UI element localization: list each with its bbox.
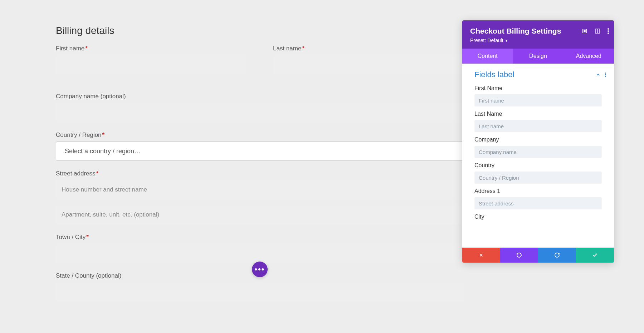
street-input-1[interactable] [56, 180, 464, 199]
field-block: First Name [462, 82, 614, 108]
tab-advanced[interactable]: Advanced [564, 49, 614, 64]
tab-design[interactable]: Design [513, 49, 563, 64]
street-input-2[interactable] [56, 205, 464, 224]
kebab-menu-icon[interactable] [608, 28, 609, 34]
field-label: First Name [474, 85, 602, 91]
town-input[interactable] [56, 244, 464, 263]
company-input[interactable] [56, 103, 464, 122]
field-input-first-name[interactable] [474, 94, 602, 106]
last-name-label: Last name* [273, 45, 464, 52]
cancel-button[interactable] [462, 248, 500, 263]
field-block: Address 1 [462, 185, 614, 211]
svg-point-6 [608, 33, 609, 34]
preset-selector[interactable]: Preset: Default ▼ [470, 38, 508, 43]
field-input-country[interactable] [474, 172, 602, 184]
layout-icon[interactable] [595, 28, 600, 34]
undo-button[interactable] [500, 248, 538, 263]
field-label: Country [474, 162, 602, 169]
first-name-input[interactable] [56, 55, 247, 74]
settings-panel: Checkout Billing Settings Preset: Defaul… [462, 20, 614, 263]
field-label: City [474, 214, 602, 220]
more-options-fab[interactable]: ••• [252, 262, 268, 277]
first-name-label: First name* [56, 45, 247, 52]
svg-point-5 [608, 30, 609, 32]
caret-down-icon: ▼ [505, 39, 508, 43]
svg-point-9 [605, 76, 606, 77]
tab-content[interactable]: Content [462, 49, 513, 64]
field-input-company[interactable] [474, 146, 602, 158]
field-block: Last Name [462, 108, 614, 134]
field-label: Address 1 [474, 188, 602, 194]
svg-rect-1 [584, 30, 585, 32]
collapse-icon[interactable] [596, 72, 601, 77]
section-kebab-icon[interactable] [605, 72, 606, 77]
field-block: City [462, 211, 614, 224]
state-input[interactable] [56, 282, 464, 302]
redo-button[interactable] [538, 248, 576, 263]
expand-icon[interactable] [582, 28, 587, 34]
street-label: Street address* [56, 170, 464, 177]
svg-point-7 [605, 73, 606, 74]
last-name-input[interactable] [273, 55, 464, 74]
section-title: Fields label [474, 70, 514, 79]
form-title: Billing details [56, 25, 464, 36]
town-label: Town / City* [56, 234, 464, 241]
svg-point-8 [605, 74, 606, 75]
panel-tabs: Content Design Advanced [462, 49, 614, 64]
close-icon [479, 253, 484, 258]
field-block: Company [462, 134, 614, 159]
field-input-last-name[interactable] [474, 120, 602, 132]
panel-header: Checkout Billing Settings Preset: Defaul… [462, 20, 614, 49]
redo-icon [554, 252, 560, 258]
check-icon [592, 252, 598, 258]
field-label: Last Name [474, 111, 602, 117]
svg-point-4 [608, 28, 609, 30]
country-label: Country / Region* [56, 131, 464, 139]
field-label: Company [474, 136, 602, 143]
country-select[interactable]: Select a country / region… [56, 141, 464, 161]
field-input-address1[interactable] [474, 197, 602, 209]
undo-icon [516, 252, 522, 258]
panel-footer [462, 248, 614, 263]
field-block: Country [462, 159, 614, 185]
panel-body[interactable]: Fields label First Name Last Name Compan… [462, 64, 614, 248]
save-button[interactable] [576, 248, 614, 263]
section-header: Fields label [462, 64, 614, 82]
ellipsis-icon: ••• [254, 265, 265, 273]
company-label: Company name (optional) [56, 93, 464, 100]
